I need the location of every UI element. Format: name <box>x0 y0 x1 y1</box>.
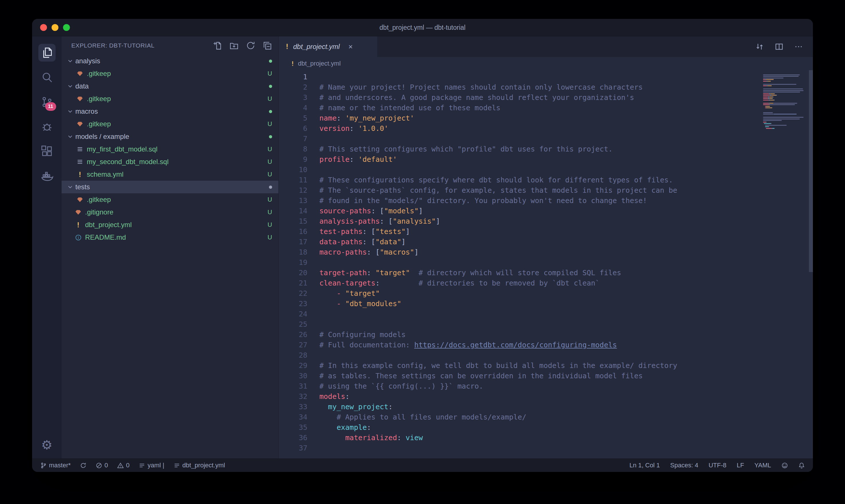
file-my-first-dbt-model.sql[interactable]: my_first_dbt_model.sqlU <box>61 143 278 156</box>
code-area[interactable]: 1234567891011121314151617181920212223242… <box>279 70 813 458</box>
status-indentation[interactable]: Spaces: 4 <box>670 462 698 469</box>
documentation-link[interactable]: https://docs.getdbt.com/docs/configuring… <box>414 341 617 349</box>
line-number: 25 <box>279 319 307 330</box>
status-encoding[interactable]: UTF-8 <box>709 462 726 469</box>
code-line: # Name your project! Project names shoul… <box>319 82 677 92</box>
gem-file-icon <box>76 120 84 128</box>
status-errors[interactable]: 0 <box>96 462 108 469</box>
tree-row-label: data <box>75 82 89 90</box>
scrollbar[interactable] <box>809 70 813 272</box>
extensions-tab[interactable] <box>35 139 59 163</box>
minimap[interactable] <box>763 72 807 131</box>
line-number: 18 <box>279 247 307 257</box>
status-encoding-label: UTF-8 <box>709 462 726 469</box>
search-tab[interactable] <box>35 65 59 90</box>
tree-row-label: tests <box>75 183 90 191</box>
debug-icon <box>40 120 54 133</box>
tab-label: dbt_project.yml <box>293 43 340 51</box>
code-line: # The `source-paths` config, for example… <box>319 185 677 196</box>
new-file-icon[interactable] <box>213 41 222 50</box>
file-my-second-dbt-model.sql[interactable]: my_second_dbt_model.sqlU <box>61 156 278 168</box>
open-changes-icon[interactable] <box>755 42 764 51</box>
line-number: 36 <box>279 433 307 443</box>
window-title: dbt_project.yml — dbt-tutorial <box>32 24 813 32</box>
status-eol[interactable]: LF <box>737 462 744 469</box>
git-status-badge: U <box>268 158 272 165</box>
file-dbt-project.yml[interactable]: !dbt_project.ymlU <box>61 218 278 231</box>
chevron-down-icon <box>67 108 74 115</box>
status-bar: master*00yaml |dbt_project.yml Ln 1, Col… <box>32 458 813 472</box>
more-actions-icon[interactable] <box>794 42 803 51</box>
status-git-branch[interactable]: master* <box>40 462 71 469</box>
explorer-tab[interactable] <box>35 40 59 65</box>
file-.gitkeep[interactable]: .gitkeepU <box>61 67 278 80</box>
folder-data[interactable]: data <box>61 80 278 92</box>
tab-dbt-project-yml[interactable]: ! dbt_project.yml × <box>279 36 377 57</box>
line-number: 19 <box>279 257 307 268</box>
tree-row-label: analysis <box>75 57 100 65</box>
minimize-window-button[interactable] <box>52 24 58 31</box>
list-icon <box>139 462 145 469</box>
status-cursor-position[interactable]: Ln 1, Col 1 <box>629 462 660 469</box>
file-schema.yml[interactable]: !schema.ymlU <box>61 168 278 181</box>
status-language-mode[interactable]: YAML <box>754 462 771 469</box>
folder-analysis[interactable]: analysis <box>61 55 278 67</box>
docker-icon <box>40 169 54 182</box>
git-status-badge: U <box>268 209 272 216</box>
git-status-badge: U <box>268 221 272 229</box>
folder-status-dot <box>269 135 272 138</box>
line-number: 10 <box>279 165 307 175</box>
new-folder-icon[interactable] <box>229 41 239 50</box>
folder-macros[interactable]: macros <box>61 105 278 118</box>
file-.gitkeep[interactable]: .gitkeepU <box>61 118 278 130</box>
search-icon <box>40 71 54 84</box>
tree-row-label: README.md <box>85 233 126 241</box>
line-number: 16 <box>279 227 307 237</box>
chevron-down-icon <box>67 183 74 191</box>
refresh-icon[interactable] <box>246 41 255 50</box>
status-yaml-schema[interactable]: yaml | <box>139 462 164 469</box>
yaml-warning-icon: ! <box>285 43 289 51</box>
file-.gitkeep[interactable]: .gitkeepU <box>61 193 278 206</box>
file-readme.md[interactable]: README.mdU <box>61 231 278 244</box>
gem-file-icon <box>74 208 82 216</box>
sync-icon <box>80 462 87 469</box>
chevron-down-icon <box>67 133 74 140</box>
status-active-file[interactable]: dbt_project.yml <box>174 462 225 469</box>
line-number: 8 <box>279 144 307 154</box>
status-warnings[interactable]: 0 <box>117 462 129 469</box>
file-.gitkeep[interactable]: .gitkeepU <box>61 92 278 105</box>
line-number: 20 <box>279 268 307 278</box>
status-notifications[interactable] <box>798 462 805 469</box>
breadcrumb[interactable]: ! dbt_project.yml <box>279 57 813 70</box>
source-control-tab[interactable]: 11 <box>35 90 59 114</box>
status-cursor-position-label: Ln 1, Col 1 <box>629 462 660 469</box>
code-line: name: 'my_new_project' <box>319 113 677 123</box>
line-number: 21 <box>279 278 307 288</box>
code-line: target-path: "target" # directory which … <box>319 268 677 278</box>
debug-tab[interactable] <box>35 114 59 139</box>
code-line: # This setting configures which "profile… <box>319 144 677 154</box>
file-.gitignore[interactable]: .gitignoreU <box>61 206 278 218</box>
status-yaml-schema-label: yaml | <box>147 462 164 469</box>
code-line: my_new_project: <box>319 402 677 412</box>
explorer-icon <box>40 46 54 59</box>
close-window-button[interactable] <box>40 24 47 31</box>
close-tab-icon[interactable]: × <box>348 43 353 50</box>
editor-group: ! dbt_project.yml × ! dbt_project.yml 12… <box>279 36 813 458</box>
line-number: 35 <box>279 422 307 433</box>
folder-models-example[interactable]: models / example <box>61 130 278 143</box>
status-feedback[interactable] <box>781 462 788 469</box>
git-status-badge: U <box>268 171 272 178</box>
split-editor-icon[interactable] <box>775 42 784 51</box>
settings-gear-icon[interactable]: ⚙ <box>41 431 52 458</box>
docker-tab[interactable] <box>35 163 59 188</box>
folder-tests[interactable]: tests <box>61 181 278 193</box>
code-line: source-paths: ["models"] <box>319 206 677 216</box>
status-sync[interactable] <box>80 462 87 469</box>
maximize-window-button[interactable] <box>63 24 70 31</box>
line-number: 23 <box>279 299 307 309</box>
git-status-badge: U <box>268 234 272 241</box>
collapse-all-icon[interactable] <box>263 41 272 50</box>
info-file-icon <box>74 233 82 241</box>
